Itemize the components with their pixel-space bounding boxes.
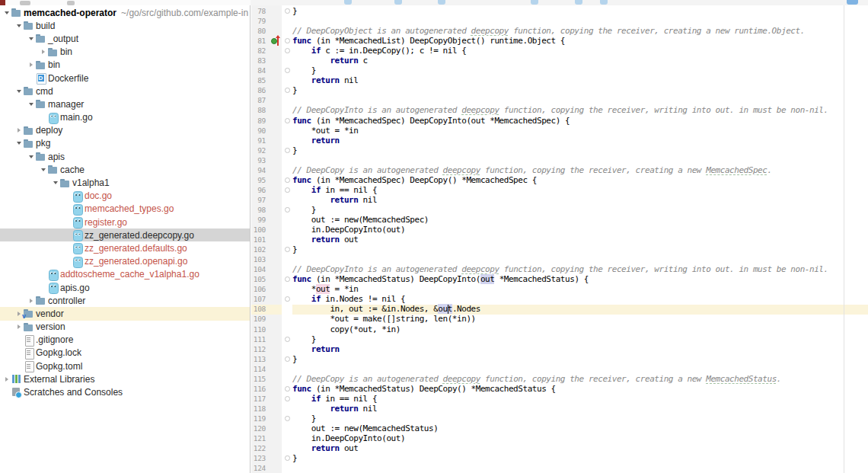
code-line[interactable]: } (292, 6, 868, 16)
code-line[interactable]: if in.Nodes != nil { (292, 294, 868, 304)
tree-item-gopkg-toml[interactable]: Gopkg.toml (0, 360, 250, 372)
tree-item-zz-generated-defaults-go[interactable]: zz_generated.defaults.go (0, 241, 250, 254)
code-line[interactable]: if in == nil { (292, 394, 868, 404)
code-line[interactable]: // DeepCopy is an autogenerated deepcopy… (292, 374, 868, 384)
code-line[interactable]: return nil (292, 75, 868, 85)
fold-marker[interactable] (285, 177, 290, 183)
fold-marker[interactable] (285, 276, 290, 282)
tree-item-gopkg-lock[interactable]: Gopkg.lock (0, 347, 250, 360)
code-line[interactable]: return nil (292, 404, 868, 414)
expand-arrow[interactable] (26, 59, 36, 72)
expand-arrow[interactable] (14, 137, 24, 150)
code-line[interactable]: *out = *in (292, 126, 868, 136)
tree-item-memcached-operator[interactable]: memcached-operator~/go/src/github.com/ex… (0, 6, 250, 19)
tree-item-bin[interactable]: bin (0, 59, 250, 72)
fold-marker[interactable] (285, 148, 290, 153)
code-line[interactable]: func (in *MemcachedStatus) DeepCopyInto(… (292, 274, 868, 284)
fold-marker[interactable] (285, 88, 290, 93)
code-line[interactable]: out := new(MemcachedStatus) (292, 423, 868, 433)
code-line[interactable]: return (292, 344, 868, 354)
tree-item-deploy[interactable]: deploy (0, 124, 250, 137)
code-line[interactable]: // DeepCopyInto is an autogenerated deep… (292, 264, 868, 274)
tree-item-manager[interactable]: manager (0, 97, 250, 110)
tree-item-external-libraries[interactable]: External Libraries (0, 372, 250, 385)
tree-item-cmd[interactable]: cmd (0, 85, 250, 97)
fold-marker[interactable] (285, 8, 290, 14)
tree-item-dockerfile[interactable]: Dockerfile (0, 72, 250, 85)
fold-marker[interactable] (285, 296, 290, 302)
fold-marker[interactable] (285, 386, 290, 392)
expand-arrow[interactable] (26, 294, 36, 307)
tree-item-vendor[interactable]: vvendor (0, 307, 250, 320)
tree-item-addtoscheme-cache-v1alpha1-go[interactable]: addtoscheme_cache_v1alpha1.go (0, 268, 250, 281)
code-line[interactable]: return nil (292, 195, 868, 205)
expand-arrow[interactable] (50, 176, 60, 189)
fold-marker[interactable] (285, 38, 290, 43)
code-line[interactable]: // DeepCopyInto is an autogenerated deep… (292, 105, 868, 115)
fold-marker[interactable] (285, 396, 290, 401)
code-line[interactable]: // DeepCopy is an autogenerated deepcopy… (292, 165, 868, 175)
fold-marker[interactable] (285, 187, 290, 193)
tree-item-bin[interactable]: bin (0, 46, 250, 59)
code-line[interactable]: } (292, 145, 868, 155)
code-line[interactable]: in.DeepCopyInto(out) (292, 433, 868, 443)
code-line[interactable]: } (292, 205, 868, 215)
expand-arrow[interactable] (2, 6, 11, 19)
code-line[interactable]: func (in *MemcachedList) DeepCopyObject(… (292, 36, 868, 46)
code-line[interactable]: return c (292, 56, 868, 66)
code-line[interactable]: copy(*out, *in) (292, 324, 868, 334)
expand-arrow[interactable] (14, 124, 24, 137)
expand-arrow[interactable] (38, 46, 48, 59)
tree-item-zz-generated-openapi-go[interactable]: zz_generated.openapi.go (0, 255, 250, 268)
code-line[interactable]: in, out := &in.Nodes, &out.Nodes (292, 304, 868, 314)
code-line[interactable] (292, 364, 868, 374)
code-line[interactable]: *out = make([]string, len(*in)) (292, 314, 868, 324)
code-line[interactable]: } (292, 85, 868, 95)
tree-item-cache[interactable]: cache (0, 163, 250, 176)
code-line[interactable]: } (292, 354, 868, 364)
code-line[interactable]: } (292, 414, 868, 423)
code-line[interactable]: func (in *MemcachedSpec) DeepCopyInto(ou… (292, 116, 868, 126)
expand-arrow[interactable] (14, 19, 24, 32)
code-line[interactable]: } (292, 66, 868, 75)
code-line[interactable]: func (in *MemcachedSpec) DeepCopy() *Mem… (292, 175, 868, 185)
tree-item-main-go[interactable]: main.go (0, 111, 250, 124)
expand-arrow[interactable] (14, 321, 24, 334)
code-line[interactable]: } (292, 453, 868, 463)
code-line[interactable]: *out = *in (292, 284, 868, 294)
tree-item-scratches-and-consoles[interactable]: Scratches and Consoles (0, 385, 250, 398)
expand-arrow[interactable] (26, 150, 36, 163)
expand-arrow[interactable] (2, 372, 11, 385)
code-line[interactable] (292, 16, 868, 26)
fold-marker[interactable] (285, 68, 290, 73)
code-line[interactable]: out := new(MemcachedSpec) (292, 215, 868, 225)
code-line[interactable]: if c := in.DeepCopy(); c != nil { (292, 46, 868, 56)
code-line[interactable] (292, 95, 868, 105)
fold-marker[interactable] (285, 455, 290, 461)
code-line[interactable] (292, 463, 868, 473)
fold-marker[interactable] (285, 247, 290, 252)
tree-item-apis-go[interactable]: apis.go (0, 281, 250, 294)
tree-item-doc-go[interactable]: doc.go (0, 190, 250, 203)
tree-item--gitignore[interactable]: .gitignore (0, 334, 250, 347)
expand-arrow[interactable] (26, 97, 36, 110)
expand-arrow[interactable] (38, 163, 48, 176)
code-line[interactable]: in.DeepCopyInto(out) (292, 225, 868, 235)
tree-item-version[interactable]: version (0, 321, 250, 334)
fold-marker[interactable] (285, 356, 290, 362)
expand-arrow[interactable] (14, 85, 24, 97)
run-marker-icon[interactable] (271, 36, 280, 46)
fold-marker[interactable] (285, 48, 290, 53)
code-line[interactable]: return out (292, 443, 868, 453)
tree-item-register-go[interactable]: register.go (0, 216, 250, 229)
fold-marker[interactable] (285, 207, 290, 213)
fold-marker[interactable] (285, 416, 290, 421)
tree-item-pkg[interactable]: pkg (0, 137, 250, 150)
tree-item-controller[interactable]: controller (0, 294, 250, 307)
code-line[interactable]: } (292, 244, 868, 254)
code-line[interactable] (292, 254, 868, 264)
tree-item-v1alpha1[interactable]: v1alpha1 (0, 176, 250, 189)
fold-marker[interactable] (285, 337, 290, 342)
tree-item-memcached-types-go[interactable]: memcached_types.go (0, 203, 250, 216)
tree-item-zz-generated-deepcopy-go[interactable]: zz_generated.deepcopy.go (0, 229, 250, 241)
